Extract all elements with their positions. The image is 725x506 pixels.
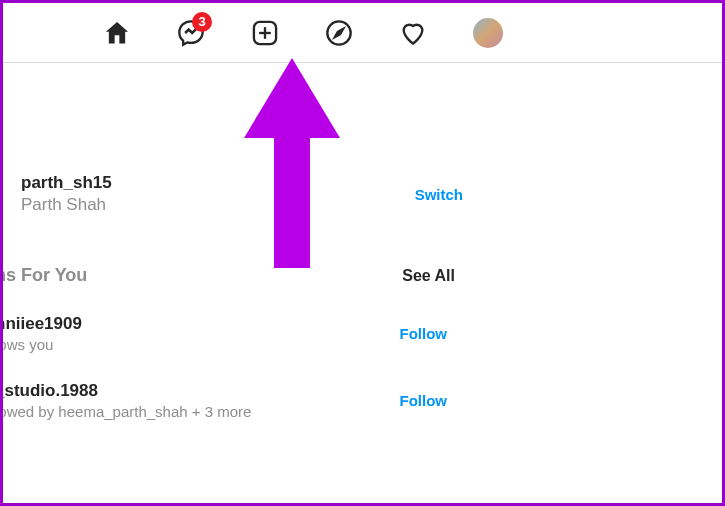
current-display-name: Parth Shah [21,195,112,215]
profile-avatar[interactable] [473,18,503,48]
suggestions-label: ns For You [0,265,87,286]
new-post-icon[interactable] [251,19,279,47]
current-username[interactable]: parth_sh15 [21,173,112,193]
activity-heart-icon[interactable] [399,19,427,47]
messenger-icon[interactable]: 3 [177,19,205,47]
suggestion-row: nniiee1909 lows you Follow [0,314,447,353]
current-user-row: parth_sh15 Parth Shah Switch [3,173,463,215]
top-nav-bar: 3 [3,3,722,63]
suggestion-username[interactable]: nniiee1909 [0,314,82,334]
follow-link[interactable]: Follow [400,392,448,409]
suggestion-subtext: lowed by heema_parth_shah + 3 more [0,403,251,420]
messenger-badge: 3 [192,12,212,32]
svg-marker-4 [335,28,343,36]
suggestion-subtext: lows you [0,336,82,353]
suggestion-username[interactable]: _studio.1988 [0,381,251,401]
home-icon[interactable] [103,19,131,47]
switch-account-link[interactable]: Switch [415,186,463,203]
suggestions-header: ns For You See All [0,265,455,286]
see-all-link[interactable]: See All [402,267,455,285]
follow-link[interactable]: Follow [400,325,448,342]
sidebar-content: parth_sh15 Parth Shah Switch ns For You … [3,63,722,420]
suggestion-row: _studio.1988 lowed by heema_parth_shah +… [0,381,447,420]
explore-icon[interactable] [325,19,353,47]
